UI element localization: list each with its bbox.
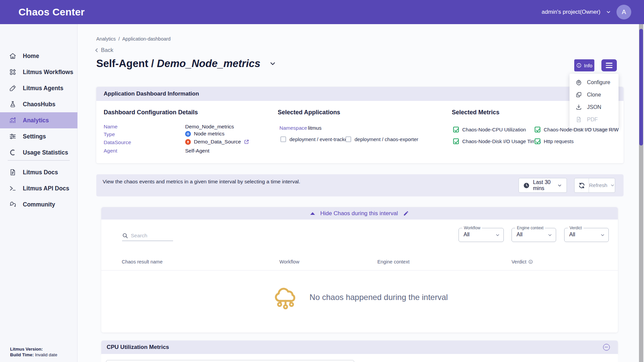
metric-checkbox-disk-times[interactable]: Chaos-Node-Disk I/O Usage Times [453,138,541,144]
sidebar-item-settings[interactable]: Settings [0,128,77,144]
namespace-label: Namespace [279,125,307,131]
menu-item-pdf[interactable]: PDF [570,113,619,126]
menu-item-clone[interactable]: Clone [570,88,619,101]
sidebar-item-chaoshubs[interactable]: ChaosHubs [0,96,77,112]
avatar[interactable]: A [616,5,631,19]
document-icon [9,169,16,176]
chart-legend-box [106,360,354,362]
analytics-icon [9,117,16,124]
gear-icon [576,79,582,85]
column-workflow: Workflow [279,259,299,264]
checkbox-checked[interactable] [535,127,540,132]
application-dashboard-information-panel: Application Dashboard Information [96,87,624,163]
workflow-filter[interactable]: Workflow All [459,228,504,242]
time-interval-description: View the chaos events and metrics in a g… [103,178,337,185]
clock-icon [523,182,530,189]
breadcrumb: Analytics / Application-dashboard [96,36,171,42]
refresh-dropdown[interactable]: Refresh [589,182,615,188]
info-button[interactable]: Info [574,59,594,71]
edit-pencil-icon[interactable] [403,210,409,216]
flask-icon [9,101,16,108]
sidebar-item-home[interactable]: Home [0,48,77,64]
sync-button[interactable] [575,178,589,192]
name-value: Demo_Node_metrics [185,124,234,130]
sidebar-item-usage-statistics[interactable]: Usage Statistics [0,144,77,161]
menu-item-json[interactable]: JSON [570,101,619,113]
refresh-group: Refresh [574,178,615,193]
sidebar-item-litmus-workflows[interactable]: Litmus Workflows [0,64,77,80]
selected-metrics-title: Selected Metrics [452,109,499,116]
checkbox-checked[interactable] [535,138,540,144]
dashboard-actions-menu: Configure Clone JSON PDF [570,74,619,128]
app-title: Chaos Center [18,6,85,18]
metric-checkbox-cpu[interactable]: Chaos-Node-CPU Utilization [453,127,526,132]
datasource-label: DataSource [104,139,131,145]
prometheus-icon [185,139,191,145]
sidebar-item-community[interactable]: Community [0,196,77,213]
search-input[interactable] [131,233,170,239]
sliders-icon [9,133,16,140]
checkbox-checked[interactable] [453,127,459,132]
sidebar-item-litmus-docs[interactable]: Litmus Docs [0,164,77,180]
breadcrumb-analytics[interactable]: Analytics [96,36,116,42]
agent-value: Self-Agent [185,148,209,154]
empty-state-message: No chaos happened during the interval [310,293,448,302]
project-selector[interactable]: admin's project(Owner) [542,9,600,15]
caret-up-icon [310,212,315,215]
checkbox-checked[interactable] [453,138,459,144]
cloud-network-icon [271,284,300,310]
menu-item-configure[interactable]: Configure [570,76,619,88]
datasource-value: Demo_Data_Source [185,139,249,145]
kubernetes-icon [185,131,191,137]
type-value: Node metrics [185,131,224,137]
sidebar-item-litmus-api-docs[interactable]: Litmus API Docs [0,180,77,196]
title-chevron-down-icon[interactable] [269,60,276,67]
column-chaos-result-name: Chaos result name [122,259,163,264]
breadcrumb-application-dashboard[interactable]: Application-dashboard [122,36,170,42]
file-icon [576,116,582,123]
hide-chaos-toggle[interactable]: Hide Chaos during this interval [101,207,618,220]
namespace-value: litmus [308,125,321,131]
cpu-utilization-panel-header: CPU Utilization Metrics [101,341,618,354]
external-link-icon[interactable] [244,139,249,144]
agents-icon [9,84,16,92]
chevron-down-icon [600,233,605,238]
sidebar-item-analytics[interactable]: Analytics [0,112,77,128]
usage-icon [9,149,16,156]
hamburger-icon [606,63,612,68]
chevron-down-icon [557,183,562,188]
verdict-filter[interactable]: Verdict All [564,228,609,242]
agent-name: Self-Agent / [96,58,157,70]
scrollbar-track[interactable] [639,24,643,362]
chevron-down-icon[interactable] [606,9,611,15]
chevron-down-icon [610,183,615,188]
cpu-utilization-panel-body [101,354,618,362]
type-label: Type [104,131,115,137]
info-circle-icon[interactable] [528,259,533,264]
back-button[interactable]: Back [95,47,113,53]
table-header-divider [101,270,618,270]
metric-checkbox-http[interactable]: Http requests [535,138,574,144]
app-checkbox-event-tracker[interactable]: deployment / event-tracker [280,136,349,142]
home-icon [9,52,16,60]
sidebar-item-litmus-agents[interactable]: Litmus Agents [0,80,77,96]
chevron-down-icon [495,233,500,238]
collapse-minus-icon[interactable] [603,344,610,351]
config-details-title: Dashboard Configuration Details [104,109,198,116]
version-info: Litmus Version: Build Time: Invalid date [10,346,57,358]
terminal-icon [9,185,16,192]
agent-label: Agent [104,148,117,154]
dashboard-menu-button[interactable] [601,59,617,71]
scrollbar-thumb[interactable] [639,29,643,145]
name-label: Name [104,124,117,130]
download-icon [576,104,582,110]
panel-header: Application Dashboard Information [96,87,624,101]
search-icon [122,233,128,239]
chevron-down-icon [547,233,552,238]
app-checkbox-chaos-exporter[interactable]: deployment / chaos-exporter [345,136,418,142]
checkbox-unchecked[interactable] [280,136,286,142]
engine-context-filter[interactable]: Engine context All [512,228,556,242]
checkbox-unchecked[interactable] [345,136,351,142]
community-icon [9,201,16,208]
time-range-select[interactable]: Last 30 mins [519,178,567,193]
